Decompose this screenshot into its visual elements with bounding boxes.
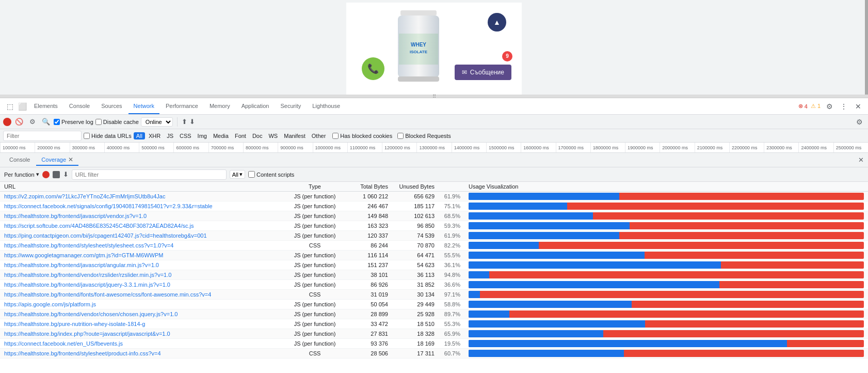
- used-portion: [469, 271, 489, 278]
- table-row[interactable]: https://healthstore.bg/frontend/javascri…: [0, 211, 868, 221]
- message-button[interactable]: ✉ Съобщение: [455, 65, 511, 80]
- filter-input[interactable]: [3, 131, 82, 141]
- preserve-log-checkbox[interactable]: Preserve log: [54, 119, 93, 125]
- clear-button[interactable]: 🚫: [13, 116, 25, 128]
- timeline-tick: 1700000 ms: [556, 143, 590, 152]
- table-row[interactable]: https://www.googletagmanager.com/gtm.js?…: [0, 251, 868, 260]
- upload-icon[interactable]: ⬆: [182, 118, 187, 126]
- table-row[interactable]: https://script.softcube.com/4AD48B6E8352…: [0, 221, 868, 231]
- resize-handle-right[interactable]: [865, 0, 868, 98]
- used-portion: [469, 212, 593, 220]
- table-row[interactable]: https://healthstore.bg/frontend/javascri…: [0, 280, 868, 290]
- sub-tab-console[interactable]: Console: [4, 155, 35, 165]
- timeline-tick: 2100000 ms: [695, 143, 729, 152]
- has-blocked-cookies-checkbox[interactable]: Has blocked cookies: [332, 133, 392, 139]
- device-icon[interactable]: ⬜: [17, 101, 28, 112]
- tab-application[interactable]: Application: [236, 98, 275, 114]
- cell-unused-bytes: 96 850: [392, 221, 439, 231]
- tab-sources[interactable]: Sources: [96, 98, 127, 114]
- filter-type-img[interactable]: Img: [195, 132, 210, 139]
- inspect-icon[interactable]: ⬚: [4, 101, 15, 112]
- settings-icon[interactable]: ⚙: [824, 101, 835, 112]
- cell-total-bytes: 246 467: [346, 201, 392, 211]
- usage-bar: [469, 232, 864, 239]
- scroll-top-button[interactable]: ▲: [488, 13, 506, 32]
- table-row[interactable]: https://healthstore.bg/frontend/vendor/c…: [0, 309, 868, 319]
- url-filter-input[interactable]: [72, 169, 227, 180]
- filter-type-ws[interactable]: WS: [266, 132, 280, 139]
- resize-handle-bottom[interactable]: ⠿: [0, 95, 868, 98]
- table-row[interactable]: https://v2.zopim.com/w?1LkcJ7eYTnoZ4cJFm…: [0, 192, 868, 201]
- filter-type-media[interactable]: Media: [211, 132, 231, 139]
- filter-type-other[interactable]: Other: [309, 132, 329, 139]
- close-coverage-tab-icon[interactable]: ✕: [68, 156, 73, 163]
- coverage-record-button[interactable]: [42, 171, 50, 178]
- page-content: WHEY ISOLATE 📞 ▲ 9 ✉ Съобщение: [346, 3, 522, 96]
- table-row[interactable]: https://healthstore.bg/frontend/vendor/r…: [0, 270, 868, 280]
- tab-performance[interactable]: Performance: [160, 98, 203, 114]
- cell-viz: [464, 349, 868, 359]
- download-icon[interactable]: ⬇: [189, 118, 195, 126]
- timeline-tick: 2500000 ms: [833, 143, 868, 152]
- filter-type-doc[interactable]: Doc: [250, 132, 265, 139]
- table-row[interactable]: https://healthstore.bg/pure-nutrition-wh…: [0, 319, 868, 329]
- usage-bar: [469, 252, 864, 259]
- timeline-tick: 900000 ms: [278, 143, 312, 152]
- sub-tab-bar: Console Coverage ✕ ✕: [0, 153, 868, 167]
- record-button[interactable]: [3, 118, 11, 126]
- tab-network[interactable]: Network: [128, 98, 159, 114]
- blocked-requests-checkbox[interactable]: Blocked Requests: [397, 133, 451, 139]
- tab-lighthouse[interactable]: Lighthouse: [307, 98, 345, 114]
- filter-type-css[interactable]: CSS: [177, 132, 194, 139]
- col-type[interactable]: Type: [284, 182, 346, 192]
- cell-unused-bytes: 74 539: [392, 231, 439, 241]
- timeline-tick: 1800000 ms: [590, 143, 625, 152]
- content-scripts-checkbox[interactable]: Content scripts: [248, 171, 294, 178]
- filter-type-font[interactable]: Font: [232, 132, 249, 139]
- filter-type-js[interactable]: JS: [164, 132, 176, 139]
- table-row[interactable]: https://healthstore.bg/frontend/fonts/fo…: [0, 290, 868, 300]
- filter-type-manifest[interactable]: Manifest: [281, 132, 308, 139]
- close-all-icon[interactable]: ✕: [858, 156, 864, 164]
- usage-bar: [469, 310, 864, 318]
- coverage-export-icon[interactable]: ⬇: [63, 170, 69, 178]
- coverage-stop-button[interactable]: [53, 171, 60, 178]
- table-row[interactable]: https://healthstore.bg/frontend/styleshe…: [0, 349, 868, 359]
- cell-url: https://healthstore.bg/frontend/javascri…: [0, 260, 284, 270]
- more-options-icon[interactable]: ⋮: [838, 101, 849, 112]
- unused-portion: [469, 291, 864, 298]
- table-row[interactable]: https://healthstore.bg/index.php?route=j…: [0, 329, 868, 339]
- disable-cache-checkbox[interactable]: Disable cache: [95, 119, 139, 125]
- per-function-selector[interactable]: Per function ▾: [4, 171, 39, 178]
- table-row[interactable]: https://connect.facebook.net/en_US/fbeve…: [0, 339, 868, 349]
- phone-button[interactable]: 📞: [362, 57, 384, 80]
- col-total[interactable]: Total Bytes: [346, 182, 392, 192]
- col-url[interactable]: URL: [0, 182, 284, 192]
- tab-memory[interactable]: Memory: [204, 98, 235, 114]
- filter-type-xhr[interactable]: XHR: [146, 132, 163, 139]
- table-row[interactable]: https://healthstore.bg/frontend/javascri…: [0, 260, 868, 270]
- filter-type-all[interactable]: All: [134, 132, 145, 139]
- tab-elements[interactable]: Elements: [29, 98, 63, 114]
- timeline-tick: 1000000 ms: [313, 143, 347, 152]
- close-devtools-icon[interactable]: ✕: [853, 101, 864, 112]
- filter-type-buttons: AllXHRJSCSSImgMediaFontDocWSManifestOthe…: [134, 132, 329, 139]
- table-row[interactable]: https://apis.google.com/js/platform.jsJS…: [0, 300, 868, 309]
- search-button[interactable]: 🔍: [40, 116, 52, 128]
- filter-button[interactable]: ⚙: [27, 116, 38, 128]
- table-row[interactable]: https://ping.contactpigeon.com/bi/js/cpa…: [0, 231, 868, 241]
- svg-text:WHEY: WHEY: [411, 42, 426, 48]
- cell-total-bytes: 116 114: [346, 251, 392, 260]
- throttling-select[interactable]: Online: [141, 117, 173, 127]
- hide-data-urls-checkbox[interactable]: Hide data URLs: [84, 133, 132, 139]
- sub-tab-coverage[interactable]: Coverage ✕: [36, 154, 78, 166]
- col-unused[interactable]: Unused Bytes: [392, 182, 439, 192]
- cell-type: JS (per function): [284, 319, 346, 329]
- all-select[interactable]: All ▾: [230, 170, 245, 179]
- table-row[interactable]: https://healthstore.bg/frontend/styleshe…: [0, 241, 868, 251]
- table-row[interactable]: https://connect.facebook.net/signals/con…: [0, 201, 868, 211]
- settings-network-icon[interactable]: ⚙: [854, 116, 865, 128]
- tab-console[interactable]: Console: [64, 98, 95, 114]
- tab-security[interactable]: Security: [275, 98, 306, 114]
- cell-unused-bytes: 64 471: [392, 251, 439, 260]
